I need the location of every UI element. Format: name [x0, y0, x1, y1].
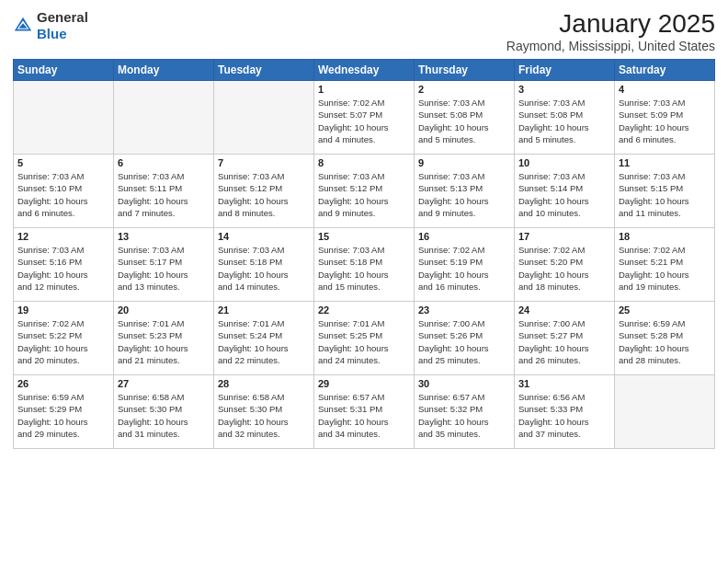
page-subtitle: Raymond, Mississippi, United States	[506, 39, 715, 53]
calendar-page: General Blue January 2025 Raymond, Missi…	[0, 0, 728, 563]
day-number: 1	[318, 84, 410, 95]
calendar-cell: 12Sunrise: 7:03 AM Sunset: 5:16 PM Dayli…	[14, 228, 114, 302]
day-number: 15	[318, 231, 410, 242]
day-info: Sunrise: 7:01 AM Sunset: 5:24 PM Dayligh…	[218, 317, 310, 366]
title-block: January 2025 Raymond, Mississippi, Unite…	[506, 9, 715, 53]
day-info: Sunrise: 7:03 AM Sunset: 5:11 PM Dayligh…	[118, 170, 210, 219]
calendar-week-row: 19Sunrise: 7:02 AM Sunset: 5:22 PM Dayli…	[14, 302, 715, 375]
calendar-cell	[214, 81, 314, 155]
calendar-week-row: 12Sunrise: 7:03 AM Sunset: 5:16 PM Dayli…	[14, 228, 715, 302]
day-info: Sunrise: 7:02 AM Sunset: 5:21 PM Dayligh…	[619, 244, 711, 293]
page-title: January 2025	[506, 9, 715, 39]
day-number: 13	[118, 231, 210, 242]
day-info: Sunrise: 7:03 AM Sunset: 5:12 PM Dayligh…	[318, 170, 410, 219]
calendar-cell: 27Sunrise: 6:58 AM Sunset: 5:30 PM Dayli…	[114, 375, 214, 449]
day-number: 18	[619, 231, 711, 242]
day-number: 4	[619, 84, 711, 95]
day-number: 7	[218, 157, 310, 168]
day-number: 2	[418, 84, 510, 95]
calendar-cell	[615, 375, 715, 449]
day-number: 9	[418, 157, 510, 168]
calendar-cell: 5Sunrise: 7:03 AM Sunset: 5:10 PM Daylig…	[14, 155, 114, 228]
day-info: Sunrise: 6:58 AM Sunset: 5:30 PM Dayligh…	[218, 391, 310, 440]
day-info: Sunrise: 7:03 AM Sunset: 5:14 PM Dayligh…	[518, 170, 610, 219]
day-info: Sunrise: 7:03 AM Sunset: 5:18 PM Dayligh…	[318, 244, 410, 293]
calendar-cell: 22Sunrise: 7:01 AM Sunset: 5:25 PM Dayli…	[314, 302, 415, 375]
calendar-cell: 8Sunrise: 7:03 AM Sunset: 5:12 PM Daylig…	[314, 155, 415, 228]
day-number: 16	[418, 231, 510, 242]
calendar-cell: 2Sunrise: 7:03 AM Sunset: 5:08 PM Daylig…	[415, 81, 515, 155]
page-header: General Blue January 2025 Raymond, Missi…	[13, 9, 715, 53]
day-number: 10	[518, 157, 610, 168]
day-info: Sunrise: 7:01 AM Sunset: 5:25 PM Dayligh…	[318, 317, 410, 366]
day-number: 5	[17, 157, 109, 168]
calendar-cell	[114, 81, 214, 155]
calendar-cell: 11Sunrise: 7:03 AM Sunset: 5:15 PM Dayli…	[615, 155, 715, 228]
calendar-week-row: 26Sunrise: 6:59 AM Sunset: 5:29 PM Dayli…	[14, 375, 715, 449]
calendar-header-sunday: Sunday	[14, 60, 114, 81]
day-number: 22	[318, 304, 410, 316]
day-number: 11	[619, 157, 711, 168]
calendar-cell: 31Sunrise: 6:56 AM Sunset: 5:33 PM Dayli…	[515, 375, 615, 449]
day-info: Sunrise: 6:58 AM Sunset: 5:30 PM Dayligh…	[118, 391, 210, 440]
day-number: 19	[17, 304, 109, 316]
day-info: Sunrise: 7:03 AM Sunset: 5:08 PM Dayligh…	[418, 97, 510, 145]
calendar-cell: 16Sunrise: 7:02 AM Sunset: 5:19 PM Dayli…	[415, 228, 515, 302]
calendar-cell: 20Sunrise: 7:01 AM Sunset: 5:23 PM Dayli…	[114, 302, 214, 375]
day-number: 25	[619, 304, 711, 316]
calendar-cell: 24Sunrise: 7:00 AM Sunset: 5:27 PM Dayli…	[515, 302, 615, 375]
day-info: Sunrise: 7:02 AM Sunset: 5:22 PM Dayligh…	[17, 317, 109, 366]
calendar-week-row: 1Sunrise: 7:02 AM Sunset: 5:07 PM Daylig…	[14, 81, 715, 155]
day-info: Sunrise: 7:00 AM Sunset: 5:27 PM Dayligh…	[518, 317, 610, 366]
day-info: Sunrise: 7:03 AM Sunset: 5:10 PM Dayligh…	[17, 170, 109, 219]
calendar-cell: 10Sunrise: 7:03 AM Sunset: 5:14 PM Dayli…	[515, 155, 615, 228]
calendar-cell: 14Sunrise: 7:03 AM Sunset: 5:18 PM Dayli…	[214, 228, 314, 302]
day-info: Sunrise: 7:00 AM Sunset: 5:26 PM Dayligh…	[418, 317, 510, 366]
day-info: Sunrise: 6:57 AM Sunset: 5:31 PM Dayligh…	[318, 391, 410, 440]
day-info: Sunrise: 7:03 AM Sunset: 5:13 PM Dayligh…	[418, 170, 510, 219]
day-info: Sunrise: 7:03 AM Sunset: 5:09 PM Dayligh…	[619, 97, 711, 145]
calendar-cell: 9Sunrise: 7:03 AM Sunset: 5:13 PM Daylig…	[415, 155, 515, 228]
day-number: 27	[118, 378, 210, 389]
day-info: Sunrise: 7:03 AM Sunset: 5:15 PM Dayligh…	[619, 170, 711, 219]
day-number: 31	[518, 378, 610, 389]
calendar-cell: 7Sunrise: 7:03 AM Sunset: 5:12 PM Daylig…	[214, 155, 314, 228]
calendar-cell: 30Sunrise: 6:57 AM Sunset: 5:32 PM Dayli…	[415, 375, 515, 449]
day-number: 8	[318, 157, 410, 168]
calendar-header-wednesday: Wednesday	[314, 60, 415, 81]
calendar-week-row: 5Sunrise: 7:03 AM Sunset: 5:10 PM Daylig…	[14, 155, 715, 228]
logo-icon	[13, 16, 33, 36]
day-info: Sunrise: 7:03 AM Sunset: 5:18 PM Dayligh…	[218, 244, 310, 293]
calendar-header-tuesday: Tuesday	[214, 60, 314, 81]
day-number: 26	[17, 378, 109, 389]
day-info: Sunrise: 7:03 AM Sunset: 5:08 PM Dayligh…	[518, 97, 610, 145]
day-number: 6	[118, 157, 210, 168]
day-number: 21	[218, 304, 310, 316]
calendar-header-thursday: Thursday	[415, 60, 515, 81]
calendar-cell: 28Sunrise: 6:58 AM Sunset: 5:30 PM Dayli…	[214, 375, 314, 449]
day-info: Sunrise: 7:01 AM Sunset: 5:23 PM Dayligh…	[118, 317, 210, 366]
calendar-header-friday: Friday	[515, 60, 615, 81]
calendar-cell: 26Sunrise: 6:59 AM Sunset: 5:29 PM Dayli…	[14, 375, 114, 449]
calendar-cell: 21Sunrise: 7:01 AM Sunset: 5:24 PM Dayli…	[214, 302, 314, 375]
day-info: Sunrise: 6:59 AM Sunset: 5:29 PM Dayligh…	[17, 391, 109, 440]
day-info: Sunrise: 7:02 AM Sunset: 5:20 PM Dayligh…	[518, 244, 610, 293]
calendar-cell: 23Sunrise: 7:00 AM Sunset: 5:26 PM Dayli…	[415, 302, 515, 375]
day-number: 30	[418, 378, 510, 389]
calendar-cell: 15Sunrise: 7:03 AM Sunset: 5:18 PM Dayli…	[314, 228, 415, 302]
day-info: Sunrise: 6:57 AM Sunset: 5:32 PM Dayligh…	[418, 391, 510, 440]
calendar-header-saturday: Saturday	[615, 60, 715, 81]
day-number: 23	[418, 304, 510, 316]
day-info: Sunrise: 7:02 AM Sunset: 5:19 PM Dayligh…	[418, 244, 510, 293]
day-number: 20	[118, 304, 210, 316]
logo: General Blue	[13, 9, 88, 42]
calendar-cell: 17Sunrise: 7:02 AM Sunset: 5:20 PM Dayli…	[515, 228, 615, 302]
day-info: Sunrise: 6:56 AM Sunset: 5:33 PM Dayligh…	[518, 391, 610, 440]
day-number: 28	[218, 378, 310, 389]
day-info: Sunrise: 7:03 AM Sunset: 5:12 PM Dayligh…	[218, 170, 310, 219]
calendar-cell: 25Sunrise: 6:59 AM Sunset: 5:28 PM Dayli…	[615, 302, 715, 375]
calendar-table: SundayMondayTuesdayWednesdayThursdayFrid…	[13, 59, 715, 449]
calendar-cell: 1Sunrise: 7:02 AM Sunset: 5:07 PM Daylig…	[314, 81, 415, 155]
day-info: Sunrise: 7:03 AM Sunset: 5:17 PM Dayligh…	[118, 244, 210, 293]
day-number: 17	[518, 231, 610, 242]
